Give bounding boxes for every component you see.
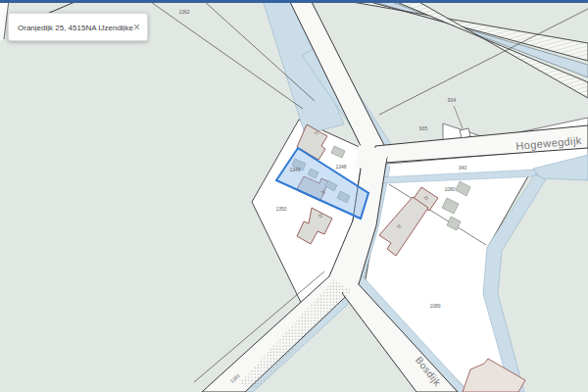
parcel-label-1350: 1350: [275, 206, 286, 212]
search-input[interactable]: Oranjedijk 25, 4515NA IJzendijke: [18, 24, 133, 31]
parcel-label-1362: 1362: [178, 9, 189, 15]
parcel-label-935: 935: [419, 125, 427, 131]
parcel-label-340: 340: [459, 165, 466, 171]
parcel-label-1080: 1080: [444, 186, 455, 192]
search-box[interactable]: Oranjedijk 25, 4515NA IJzendijke ×: [8, 13, 148, 41]
building-934: [460, 128, 470, 138]
parcel-label-1348: 1348: [335, 164, 346, 170]
parcel-label-934: 934: [448, 97, 456, 103]
parcel-label-1089: 1089: [429, 303, 440, 309]
parcel-label-1349: 1349: [289, 167, 300, 172]
map-canvas[interactable]: Hogewegdijk Bosdijk 1362 935 934 340 108…: [0, 0, 588, 392]
cadastral-map-drawing: [0, 0, 588, 392]
clear-search-icon[interactable]: ×: [133, 21, 140, 32]
top-accent-bar: [0, 0, 588, 3]
